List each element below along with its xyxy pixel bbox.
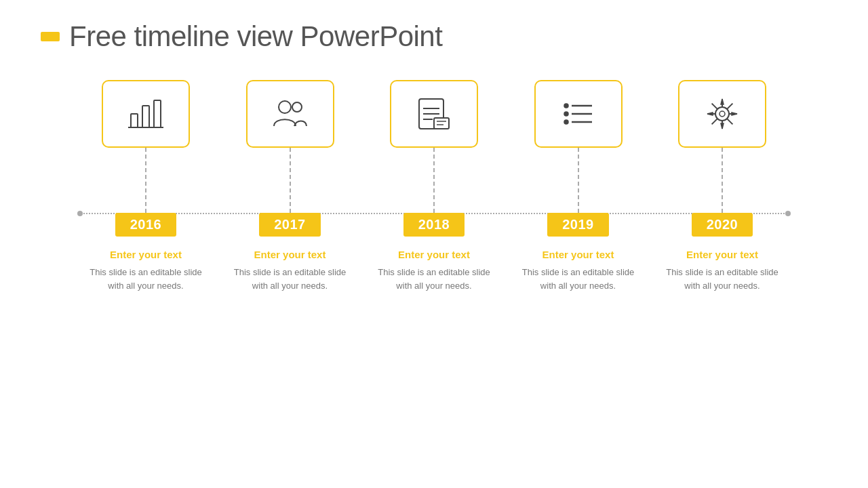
text-title-2016: Enter your text xyxy=(81,249,210,260)
year-badge-2019: 2019 xyxy=(547,213,609,237)
timeline-item-2019: 2019 Enter your text This slide is an ed… xyxy=(514,80,643,292)
slide: Free timeline view PowerPoint 2016 Enter… xyxy=(0,0,868,488)
gear-icon xyxy=(702,94,743,134)
text-title-2019: Enter your text xyxy=(514,249,643,260)
timeline-item-2017: 2017 Enter your text This slide is an ed… xyxy=(226,80,355,292)
icon-box-2019 xyxy=(534,80,623,148)
timeline-item-2020: 2020 Enter your text This slide is an ed… xyxy=(658,80,787,292)
v-connector-2018 xyxy=(433,148,435,213)
year-badge-2018: 2018 xyxy=(403,213,465,237)
page-title: Free timeline view PowerPoint xyxy=(69,20,442,53)
text-title-2020: Enter your text xyxy=(658,249,787,260)
text-section-2019: Enter your text This slide is an editabl… xyxy=(514,249,643,292)
v-connector-2020 xyxy=(722,148,723,213)
text-body-2018: This slide is an editable slide with all… xyxy=(370,266,498,292)
text-title-2018: Enter your text xyxy=(370,249,498,260)
text-section-2016: Enter your text This slide is an editabl… xyxy=(81,249,210,292)
bar-chart-icon xyxy=(125,94,166,134)
year-badge-2017: 2017 xyxy=(259,213,321,237)
text-body-2019: This slide is an editable slide with all… xyxy=(514,266,643,292)
year-badge-2016: 2016 xyxy=(115,213,177,237)
timeline-items: 2016 Enter your text This slide is an ed… xyxy=(41,80,827,292)
timeline-area: 2016 Enter your text This slide is an ed… xyxy=(41,80,827,292)
text-body-2020: This slide is an editable slide with all… xyxy=(658,266,787,292)
text-title-2017: Enter your text xyxy=(226,249,355,260)
timeline-item-2018: 2018 Enter your text This slide is an ed… xyxy=(370,80,498,292)
document-list-icon xyxy=(414,94,454,134)
text-section-2018: Enter your text This slide is an editabl… xyxy=(370,249,498,292)
header: Free timeline view PowerPoint xyxy=(41,20,827,53)
icon-box-2017 xyxy=(246,80,334,148)
icon-box-2016 xyxy=(102,80,190,148)
list-icon xyxy=(558,94,599,134)
timeline-item-2016: 2016 Enter your text This slide is an ed… xyxy=(81,80,210,292)
text-section-2020: Enter your text This slide is an editabl… xyxy=(658,249,787,292)
v-connector-2016 xyxy=(145,148,146,213)
icon-box-2018 xyxy=(390,80,478,148)
icon-box-2020 xyxy=(678,80,766,148)
users-icon xyxy=(270,94,311,134)
header-accent-bar xyxy=(41,32,60,41)
v-connector-2019 xyxy=(578,148,579,213)
text-body-2016: This slide is an editable slide with all… xyxy=(81,266,210,292)
text-section-2017: Enter your text This slide is an editabl… xyxy=(226,249,355,292)
year-badge-2020: 2020 xyxy=(692,213,753,237)
v-connector-2017 xyxy=(290,148,291,213)
text-body-2017: This slide is an editable slide with all… xyxy=(226,266,355,292)
